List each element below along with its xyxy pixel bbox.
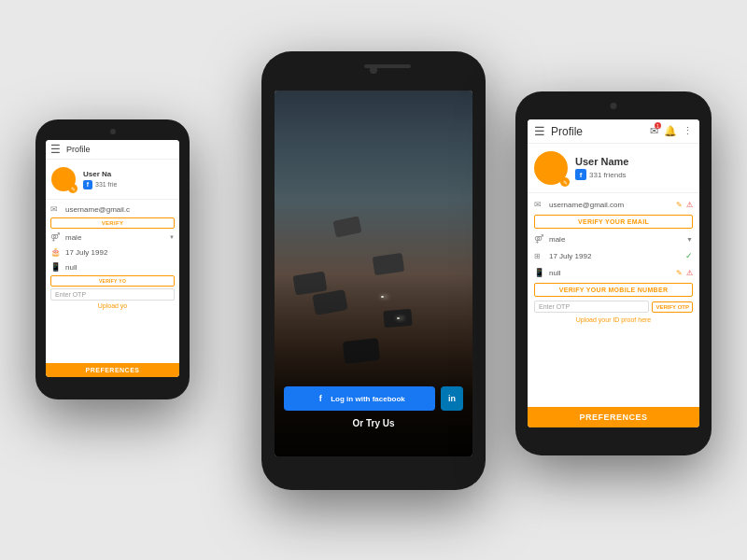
notification-icon-right[interactable]: 🔔 [664,125,677,137]
user-info-left: User Na f 331 frie [83,170,117,189]
phone-left: ☰ Profile ✎ User Na f 331 frie [35,119,190,399]
app-header-left: ☰ Profile [46,140,179,160]
email-text-right: username@gmail.com [549,201,672,209]
gender-dropdown-right[interactable]: ▼ [686,236,693,243]
app-header-right: ☰ Profile ✉ 1 🔔 ⋮ [528,119,699,144]
otp-row-right: Enter OTP VERIFY OTP [534,301,693,313]
gender-icon-left: ⚤ [50,232,62,242]
camera-dot-left [110,129,116,134]
otp-verify-btn-right[interactable]: VERIFY OTP [652,301,693,313]
birthday-row-right: ⊞ 17 July 1992 ✓ [534,249,693,262]
gender-text-left: male [65,233,165,242]
username-left: User Na [83,170,117,178]
more-icon-right[interactable]: ⋮ [683,125,693,137]
fb-friends-left: 331 frie [95,181,117,188]
header-title-right: Profile [551,125,650,138]
form-section-left: ✉ username@gmail.c VERIFY ⚤ male ▼ 🎂 17 … [46,200,179,363]
otp-row-left: Enter OTP [50,288,175,301]
phone-center: f Log in with facebook in Or Try Us [261,51,486,490]
li-login-label: in [448,394,456,403]
otp-input-left[interactable]: Enter OTP [50,288,175,301]
fb-login-icon: f [314,392,327,405]
avatar-edit-right[interactable]: ✎ [560,177,570,187]
email-row-left: ✉ username@gmail.c [50,203,175,216]
traffic-bg: f Log in with facebook in Or Try Us [275,91,472,456]
avatar-left[interactable]: ✎ [51,167,76,191]
header-icons-right: ✉ 1 🔔 ⋮ [650,125,693,137]
traffic-overlay [275,273,472,456]
li-login-btn[interactable]: in [441,386,463,411]
phone-warning-icon-right: ⚠ [686,269,693,277]
phone-text-left: null [65,263,175,272]
camera-dot-right [611,103,617,109]
email-text-left: username@gmail.c [65,205,175,214]
upload-link-right[interactable]: Upload your ID proof here [534,316,693,323]
username-right: User Name [575,156,628,167]
phone-edit-icon-right[interactable]: ✎ [676,269,683,277]
verify-email-btn-left[interactable]: VERIFY [50,217,175,229]
user-facebook-left: f 331 frie [83,180,117,189]
email-warning-icon-right: ⚠ [686,201,693,209]
avatar-edit-left[interactable]: ✎ [68,184,78,193]
gender-row-right: ⚤ male ▼ [534,232,693,245]
phone-icon-right: 📱 [534,268,545,277]
phone-icon-left: 📱 [50,262,62,272]
or-try-label: Or Try Us [284,418,463,428]
profile-app-right: ☰ Profile ✉ 1 🔔 ⋮ ✎ [528,119,699,427]
otp-input-right[interactable]: Enter OTP [534,301,649,313]
email-edit-icon-right[interactable]: ✎ [676,201,683,209]
user-section-left: ✎ User Na f 331 frie [46,160,179,200]
birthday-row-left: 🎂 17 July 1992 [50,245,175,259]
user-info-right: User Name f 331 friends [575,156,628,180]
user-facebook-right: f 331 friends [575,169,628,180]
message-badge-right: 1 [655,122,661,129]
avatar-right[interactable]: ✎ [534,151,568,185]
gender-row-left: ⚤ male ▼ [50,231,175,244]
birthday-ok-icon-right: ✓ [685,251,693,260]
verify-phone-btn-right[interactable]: VERIFY YOUR MOBILE NUMBER [534,283,693,297]
email-icon-left: ✉ [50,204,62,214]
header-title-left: Profile [66,145,175,154]
login-buttons: f Log in with facebook in [284,386,463,411]
phone-right: ☰ Profile ✉ 1 🔔 ⋮ ✎ [515,91,712,455]
speaker-center [364,64,411,68]
preferences-btn-left[interactable]: Preferences [46,363,179,377]
verify-email-btn-right[interactable]: VERIFY YOUR EMAIL [534,215,693,229]
menu-icon-left[interactable]: ☰ [50,143,61,156]
form-section-right: ✉ username@gmail.com ✎ ⚠ VERIFY YOUR EMA… [528,193,699,407]
birthday-text-right: 17 July 1992 [549,252,682,260]
birthday-icon-right: ⊞ [534,252,545,260]
phone-row-left: 📱 null [50,260,175,273]
screen-right: ☰ Profile ✉ 1 🔔 ⋮ ✎ [528,119,699,427]
fb-friends-right: 331 friends [589,171,627,179]
scene: ☰ Profile ✎ User Na f 331 frie [9,9,738,551]
fb-login-label: Log in with facebook [331,395,405,403]
fb-icon-right: f [575,169,586,180]
phone-row-right: 📱 null ✎ ⚠ [534,266,693,279]
screen-center: f Log in with facebook in Or Try Us [275,91,472,456]
user-section-right: ✎ User Name f 331 friends [528,144,699,193]
gender-text-right: male [549,235,683,244]
upload-link-left[interactable]: Upload yo [50,302,175,309]
screen-left: ☰ Profile ✎ User Na f 331 frie [46,140,179,377]
fb-login-btn[interactable]: f Log in with facebook [284,386,435,411]
birthday-icon-left: 🎂 [50,247,62,257]
email-row-right: ✉ username@gmail.com ✎ ⚠ [534,198,693,211]
message-icon-right[interactable]: ✉ 1 [650,125,658,137]
verify-phone-btn-left[interactable]: VERIFY YO [50,275,175,287]
menu-icon-right[interactable]: ☰ [534,124,545,138]
birthday-text-left: 17 July 1992 [65,248,175,257]
fb-icon-left: f [83,180,92,189]
email-icon-right: ✉ [534,200,545,209]
login-section: f Log in with facebook in Or Try Us [284,386,463,428]
preferences-btn-right[interactable]: Preferences [528,407,699,427]
gender-icon-right: ⚤ [534,234,545,244]
phone-text-right: null [549,269,672,277]
